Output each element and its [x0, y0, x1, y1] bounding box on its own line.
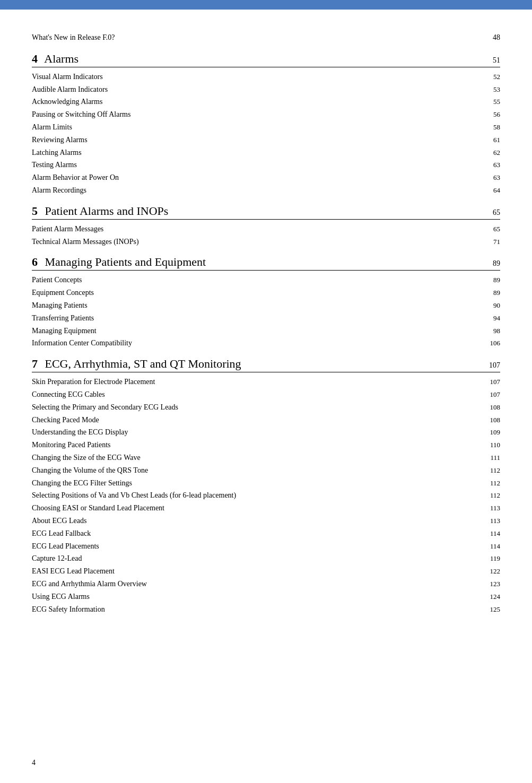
toc-entry-page: 61 — [484, 134, 500, 146]
chapter-heading-ch4: 4 Alarms51 — [32, 52, 500, 67]
toc-entry-page: 63 — [484, 159, 500, 171]
toc-entry-page: 123 — [484, 578, 500, 590]
toc-entry-title: Changing the Size of the ECG Wave — [32, 451, 479, 464]
header-bar — [0, 0, 532, 10]
toc-entry: Patient Alarm Messages65 — [32, 223, 500, 236]
chapter-title-ch6: Managing Patients and Equipment — [42, 255, 206, 269]
toc-entry: Choosing EASI or Standard Lead Placement… — [32, 502, 500, 515]
toc-entry: Connecting ECG Cables107 — [32, 388, 500, 401]
chapter-number-ch7: 7 — [32, 357, 38, 371]
toc-entry-page: 62 — [484, 147, 500, 159]
toc-entry: Selecting the Primary and Secondary ECG … — [32, 401, 500, 414]
intro-entry: What's New in Release F.0? 48 — [32, 31, 500, 45]
toc-entry-page: 89 — [484, 287, 500, 299]
toc-entry-title: Transferring Patients — [32, 312, 479, 325]
toc-entry-page: 52 — [484, 71, 500, 83]
toc-entry-page: 106 — [484, 337, 500, 349]
chapter-page-ch5: 65 — [493, 208, 500, 217]
toc-entry-page: 107 — [484, 389, 500, 401]
toc-entry: Changing the Size of the ECG Wave111 — [32, 451, 500, 464]
toc-entry-title: ECG Safety Information — [32, 603, 479, 616]
toc-entry-title: Alarm Recordings — [32, 184, 479, 197]
toc-entry: Alarm Recordings64 — [32, 184, 500, 197]
toc-entry-title: ECG Lead Fallback — [32, 527, 479, 540]
toc-entry-title: Checking Paced Mode — [32, 414, 479, 427]
toc-entry-page: 119 — [484, 553, 500, 564]
toc-entry: ECG Lead Placements114 — [32, 540, 500, 553]
chapter-title-group-ch4: 4 Alarms — [32, 52, 79, 66]
toc-entry-title: Choosing EASI or Standard Lead Placement — [32, 502, 479, 515]
chapter-number-ch4: 4 — [32, 52, 38, 66]
toc-entry: Understanding the ECG Display109 — [32, 426, 500, 439]
toc-entry-title: ECG Lead Placements — [32, 540, 479, 553]
toc-entry: Alarm Limits58 — [32, 121, 500, 134]
toc-entry-title: Technical Alarm Messages (INOPs) — [32, 236, 479, 248]
toc-entry-title: Monitoring Paced Patients — [32, 439, 479, 451]
chapter-number-ch6: 6 — [32, 255, 38, 269]
toc-entry: ECG Lead Fallback114 — [32, 527, 500, 540]
chapter-title-ch5: Patient Alarms and INOPs — [42, 204, 168, 218]
toc-entry-page: 71 — [484, 236, 500, 248]
toc-entry-page: 94 — [484, 312, 500, 324]
toc-entry-page: 63 — [484, 172, 500, 184]
toc-entry-title: Equipment Concepts — [32, 286, 479, 299]
footer-page-number: 4 — [32, 759, 36, 767]
toc-entry-page: 122 — [484, 566, 500, 577]
toc-entry: ECG Safety Information125 — [32, 603, 500, 616]
toc-content: What's New in Release F.0? 48 4 Alarms51… — [0, 10, 532, 649]
chapter-number-ch5: 5 — [32, 204, 38, 218]
toc-entry: Selecting Positions of Va and Vb Chest L… — [32, 489, 500, 502]
toc-entry: Technical Alarm Messages (INOPs)71 — [32, 236, 500, 248]
toc-entry: Transferring Patients94 — [32, 312, 500, 325]
toc-entry-title: Patient Concepts — [32, 274, 479, 286]
toc-entry-page: 111 — [484, 452, 500, 464]
chapters-container: 4 Alarms51Visual Alarm Indicators52Audib… — [32, 52, 500, 615]
intro-page: 48 — [493, 31, 500, 45]
toc-entry-page: 112 — [484, 490, 500, 501]
toc-entry-page: 90 — [484, 300, 500, 311]
toc-entry-page: 112 — [484, 477, 500, 489]
toc-entry-title: Using ECG Alarms — [32, 590, 479, 603]
toc-entry: Acknowledging Alarms55 — [32, 95, 500, 108]
toc-entry-page: 112 — [484, 465, 500, 476]
toc-entry-page: 110 — [484, 439, 500, 451]
toc-entry-title: Changing the Volume of the QRS Tone — [32, 464, 479, 477]
toc-entry: Monitoring Paced Patients110 — [32, 439, 500, 451]
toc-entry: Using ECG Alarms124 — [32, 590, 500, 603]
toc-entry-title: ECG and Arrhythmia Alarm Overview — [32, 578, 479, 590]
toc-entry-title: Patient Alarm Messages — [32, 223, 479, 236]
toc-entry-title: Latching Alarms — [32, 146, 479, 159]
toc-entry-page: 56 — [484, 109, 500, 120]
toc-entry-title: Reviewing Alarms — [32, 134, 479, 146]
toc-entry-title: Managing Patients — [32, 299, 479, 312]
chapter-section-ch7: 7 ECG, Arrhythmia, ST and QT Monitoring1… — [32, 357, 500, 615]
toc-entry: EASI ECG Lead Placement122 — [32, 565, 500, 578]
toc-entry: Capture 12-Lead119 — [32, 552, 500, 565]
chapter-heading-ch7: 7 ECG, Arrhythmia, ST and QT Monitoring1… — [32, 357, 500, 372]
chapter-page-ch6: 89 — [493, 259, 500, 268]
chapter-heading-ch6: 6 Managing Patients and Equipment89 — [32, 255, 500, 271]
toc-entry-title: Alarm Limits — [32, 121, 479, 134]
toc-entry: Checking Paced Mode108 — [32, 414, 500, 427]
toc-entry-title: About ECG Leads — [32, 515, 479, 527]
toc-entry-title: Selecting Positions of Va and Vb Chest L… — [32, 489, 479, 502]
toc-entry: Information Center Compatibility106 — [32, 337, 500, 350]
toc-entry: Managing Equipment98 — [32, 325, 500, 337]
chapter-title-group-ch7: 7 ECG, Arrhythmia, ST and QT Monitoring — [32, 357, 241, 371]
toc-entry-page: 107 — [484, 376, 500, 388]
toc-entry-title: Selecting the Primary and Secondary ECG … — [32, 401, 479, 414]
toc-entry: Alarm Behavior at Power On63 — [32, 171, 500, 184]
chapter-section-ch4: 4 Alarms51Visual Alarm Indicators52Audib… — [32, 52, 500, 197]
toc-entry-title: Capture 12-Lead — [32, 552, 479, 565]
toc-entry-page: 53 — [484, 84, 500, 95]
toc-entry-title: Information Center Compatibility — [32, 337, 479, 350]
toc-entry-title: Changing the ECG Filter Settings — [32, 477, 479, 490]
toc-entry: Audible Alarm Indicators53 — [32, 83, 500, 96]
toc-entry-page: 98 — [484, 325, 500, 337]
toc-entry-title: Skin Preparation for Electrode Placement — [32, 376, 479, 388]
toc-entry: Equipment Concepts89 — [32, 286, 500, 299]
toc-entry-page: 65 — [484, 223, 500, 235]
toc-entry-page: 89 — [484, 274, 500, 286]
chapter-title-ch4: Alarms — [42, 52, 79, 66]
chapter-title-group-ch5: 5 Patient Alarms and INOPs — [32, 204, 168, 218]
